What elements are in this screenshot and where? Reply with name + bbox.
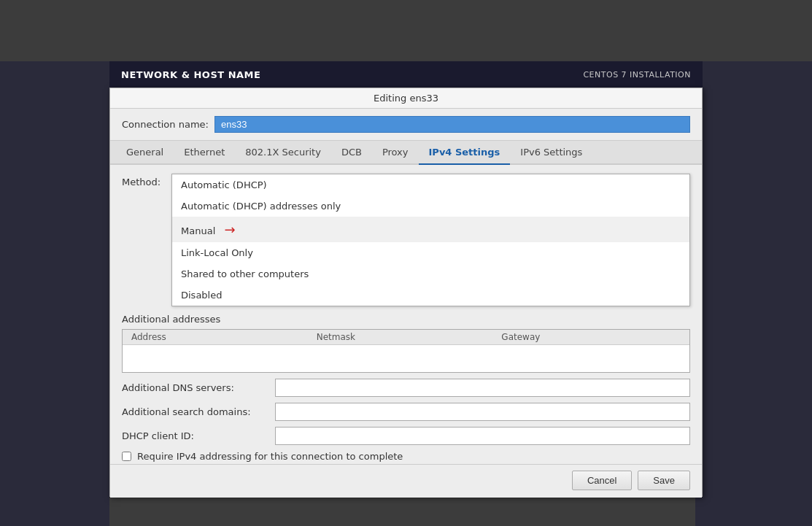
addresses-header: Address Netmask Gateway: [123, 330, 689, 345]
addresses-box: Address Netmask Gateway: [122, 329, 690, 373]
connection-name-row: Connection name:: [110, 109, 702, 141]
dropdown-item-auto-dhcp[interactable]: Automatic (DHCP): [172, 174, 689, 196]
dhcp-client-id-row: DHCP client ID:: [122, 427, 690, 445]
dialog-titlebar: Editing ens33: [110, 88, 702, 109]
cancel-button[interactable]: Cancel: [572, 471, 632, 490]
save-button[interactable]: Save: [638, 471, 690, 490]
search-domains-row: Additional search domains:: [122, 403, 690, 421]
tab-general[interactable]: General: [116, 141, 174, 165]
dhcp-client-id-input[interactable]: [275, 427, 690, 445]
connection-name-input[interactable]: [214, 116, 690, 133]
tab-proxy[interactable]: Proxy: [372, 141, 419, 165]
additional-section: Additional addresses Address Netmask Gat…: [122, 314, 690, 373]
dropdown-item-manual[interactable]: Manual →: [172, 217, 689, 242]
tabs-bar: General Ethernet 802.1X Security DCB Pro…: [110, 141, 702, 165]
search-domains-input[interactable]: [275, 403, 690, 421]
dialog-content: Method: Automatic (DHCP) Automatic (DHCP…: [110, 165, 702, 498]
manual-arrow: →: [224, 222, 235, 237]
dns-servers-row: Additional DNS servers:: [122, 379, 690, 397]
method-dropdown-container: Automatic (DHCP) Automatic (DHCP) addres…: [171, 174, 690, 306]
dropdown-item-shared[interactable]: Shared to other computers: [172, 263, 689, 285]
additional-label: Additional addresses: [122, 314, 690, 325]
dialog-title: Editing ens33: [374, 93, 438, 104]
dialog-actions: Cancel Save: [110, 464, 702, 496]
tab-8021x-security[interactable]: 802.1X Security: [235, 141, 331, 165]
tab-dcb[interactable]: DCB: [331, 141, 372, 165]
tab-ipv6-settings[interactable]: IPv6 Settings: [510, 141, 592, 165]
tab-ethernet[interactable]: Ethernet: [174, 141, 235, 165]
tab-ipv4-settings[interactable]: IPv4 Settings: [419, 141, 511, 165]
dialog-overlay: Editing ens33 Connection name: General E…: [109, 61, 703, 497]
right-panel: [695, 61, 812, 526]
col-gateway: Gateway: [498, 332, 684, 342]
method-dropdown-list[interactable]: Automatic (DHCP) Automatic (DHCP) addres…: [171, 174, 690, 306]
dhcp-client-id-label: DHCP client ID:: [122, 430, 275, 441]
require-ipv4-label: Require IPv4 addressing for this connect…: [137, 451, 403, 462]
method-label: Method:: [122, 174, 166, 187]
left-panel: [0, 61, 109, 526]
require-ipv4-row: Require IPv4 addressing for this connect…: [122, 451, 690, 462]
dns-servers-label: Additional DNS servers:: [122, 382, 275, 393]
require-ipv4-checkbox[interactable]: [122, 452, 131, 461]
connection-name-label: Connection name:: [122, 119, 209, 130]
method-row: Method: Automatic (DHCP) Automatic (DHCP…: [122, 174, 690, 306]
dropdown-item-disabled[interactable]: Disabled: [172, 285, 689, 306]
dns-servers-input[interactable]: [275, 379, 690, 397]
dropdown-item-link-local[interactable]: Link-Local Only: [172, 242, 689, 263]
col-address: Address: [128, 332, 314, 342]
col-netmask: Netmask: [314, 332, 499, 342]
search-domains-label: Additional search domains:: [122, 406, 275, 417]
dropdown-item-auto-dhcp-addr[interactable]: Automatic (DHCP) addresses only: [172, 196, 689, 217]
editing-dialog: Editing ens33 Connection name: General E…: [109, 88, 703, 497]
